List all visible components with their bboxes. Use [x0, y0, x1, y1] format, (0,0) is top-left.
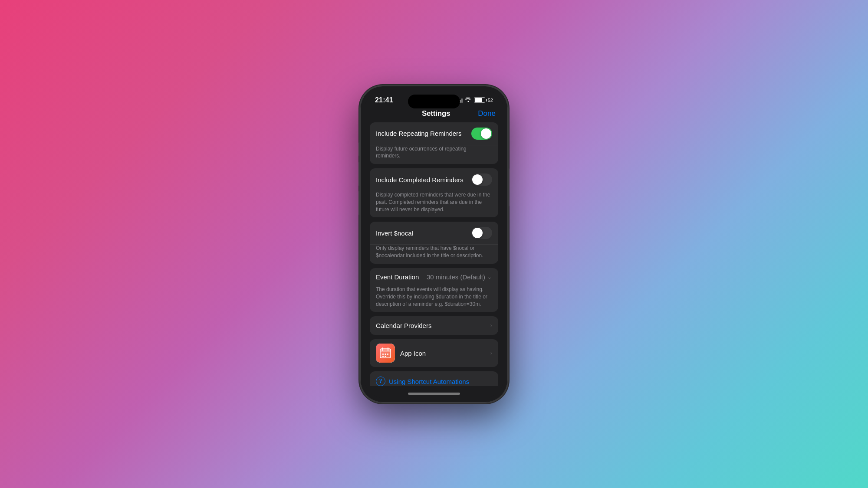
completed-reminders-card: Include Completed Reminders Display comp… [370, 168, 498, 217]
power-button[interactable] [508, 168, 510, 206]
volume-down-button[interactable] [358, 191, 360, 215]
calendar-providers-chevron: › [490, 323, 492, 329]
battery-icon: 52 [474, 97, 493, 103]
invert-nocal-card: Invert $nocal Only display reminders tha… [370, 222, 498, 264]
calendar-providers-label: Calendar Providers [376, 322, 431, 329]
svg-rect-5 [382, 354, 384, 355]
invert-nocal-description: Only display reminders that have $nocal … [370, 245, 498, 264]
completed-reminders-row: Include Completed Reminders [370, 168, 498, 191]
invert-nocal-row: Invert $nocal [370, 222, 498, 245]
completed-reminders-toggle[interactable] [471, 174, 492, 186]
phone-frame: 21:41 52 [360, 86, 508, 403]
app-icon-svg [379, 347, 391, 359]
battery-percent: 52 [488, 98, 493, 103]
nav-bar: Settings Done [365, 107, 503, 122]
repeating-reminders-label: Include Repeating Reminders [376, 130, 471, 137]
phone-screen: 21:41 52 [365, 90, 503, 398]
app-icon-card[interactable]: App Icon › [370, 339, 498, 367]
home-bar [408, 393, 460, 395]
event-duration-chevron: ⌄ [487, 274, 492, 280]
event-duration-label: Event Duration [376, 273, 427, 281]
calendar-providers-card[interactable]: Calendar Providers › [370, 316, 498, 335]
svg-rect-2 [380, 349, 391, 352]
wifi-icon [465, 97, 472, 104]
svg-rect-6 [385, 354, 386, 355]
invert-nocal-label: Invert $nocal [376, 229, 471, 237]
event-duration-card: Event Duration 30 minutes (Default) ⌄ Th… [370, 268, 498, 312]
volume-up-button[interactable] [358, 162, 360, 186]
app-icon-label: App Icon [400, 350, 490, 357]
completed-reminders-description: Display completed reminders that were du… [370, 191, 498, 217]
event-duration-value: 30 minutes (Default) [427, 273, 485, 281]
app-icon-image [376, 344, 395, 363]
page-title: Settings [422, 109, 450, 118]
repeating-reminders-toggle[interactable] [471, 128, 492, 140]
calendar-providers-row[interactable]: Calendar Providers › [370, 316, 498, 335]
app-icon-inner [376, 344, 395, 363]
status-icons: 52 [457, 97, 493, 104]
svg-rect-8 [382, 356, 384, 357]
svg-rect-7 [387, 354, 388, 355]
home-indicator [365, 386, 503, 398]
completed-reminders-label: Include Completed Reminders [376, 176, 471, 183]
svg-rect-9 [385, 356, 386, 357]
repeating-reminders-description: Display future occurrences of repeating … [370, 145, 498, 164]
dynamic-island [408, 95, 460, 108]
shortcut-label: Using Shortcut Automations [389, 378, 469, 385]
settings-content: Include Repeating Reminders Display futu… [365, 122, 503, 386]
app-icon-row[interactable]: App Icon › [370, 339, 498, 367]
shortcut-link[interactable]: ? Using Shortcut Automations [370, 371, 498, 386]
shortcut-info-icon: ? [376, 377, 385, 386]
repeating-reminders-card: Include Repeating Reminders Display futu… [370, 122, 498, 164]
status-time: 21:41 [375, 96, 393, 104]
mute-button[interactable] [358, 142, 360, 156]
invert-nocal-toggle[interactable] [471, 227, 492, 239]
event-duration-row[interactable]: Event Duration 30 minutes (Default) ⌄ [370, 268, 498, 286]
app-icon-chevron: › [490, 350, 492, 356]
repeating-reminders-row: Include Repeating Reminders [370, 122, 498, 145]
done-button[interactable]: Done [478, 109, 496, 118]
event-duration-description: The duration that events will display as… [370, 286, 498, 312]
